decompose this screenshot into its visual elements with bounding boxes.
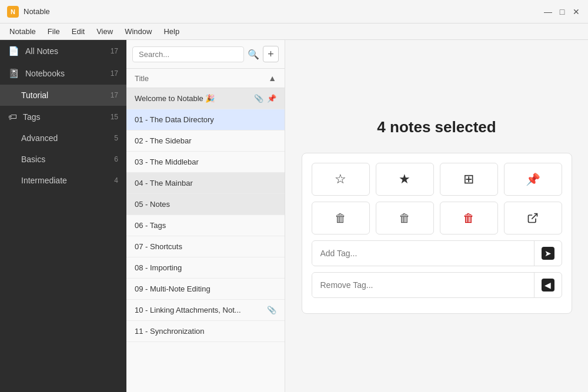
attachment-icon: 📎 <box>267 306 276 314</box>
trash-gray-icon: 🗑 <box>335 212 346 225</box>
advanced-count: 5 <box>114 134 118 142</box>
note-item[interactable]: 07 - Shortcuts <box>126 236 285 257</box>
notebooks-icon: 📓 <box>8 68 19 79</box>
tag-remove-icon: ◀ <box>542 279 554 292</box>
menu-help[interactable]: Help <box>159 26 184 37</box>
basics-count: 6 <box>114 155 118 163</box>
sidebar-item-tags[interactable]: 🏷 Tags 15 <box>0 106 126 128</box>
move-trash-button[interactable]: 🗑 <box>312 202 370 234</box>
search-bar: 🔍 + <box>126 40 285 69</box>
sidebar-item-notebooks[interactable]: 📓 Notebooks 17 <box>0 62 126 85</box>
open-external-button[interactable] <box>504 202 562 234</box>
sort-icon[interactable]: ▲ <box>268 73 276 83</box>
menu-notable[interactable]: Notable <box>5 26 41 37</box>
notes-list-header: Title ▲ <box>126 69 285 88</box>
delete-icon: 🗑 <box>463 212 475 225</box>
external-link-icon <box>527 212 539 224</box>
attachment-icon: 📎 <box>254 94 263 103</box>
note-title: 08 - Importing <box>135 263 276 272</box>
all-notes-icon: 📄 <box>8 46 19 56</box>
note-item[interactable]: 02 - The Sidebar <box>126 130 285 152</box>
unfavorite-icon: ☆ <box>335 172 346 187</box>
add-tag-button[interactable]: ➤ <box>534 241 562 266</box>
pin-button[interactable]: 📌 <box>504 163 562 196</box>
remove-tag-button[interactable]: ◀ <box>534 273 562 297</box>
restore-button[interactable]: 🗑 <box>376 202 434 234</box>
note-item[interactable]: 05 - Notes <box>126 194 285 215</box>
actions-row-1: ☆ ★ ⊞ 📌 <box>312 163 562 196</box>
note-title: 02 - The Sidebar <box>135 136 276 145</box>
notebooks-label: Notebooks <box>25 69 111 78</box>
note-title: 06 - Tags <box>135 221 276 230</box>
middlebar: 🔍 + Title ▲ Welcome to Notable 🎉 📎 📌 01 … <box>126 40 285 392</box>
notes-list: Welcome to Notable 🎉 📎 📌 01 - The Data D… <box>126 88 285 392</box>
all-notes-label: All Notes <box>25 46 111 56</box>
favorite-icon: ★ <box>399 172 410 187</box>
actions-card: ☆ ★ ⊞ 📌 🗑 🗑 <box>302 153 572 314</box>
note-title: 05 - Notes <box>135 200 276 209</box>
note-item[interactable]: 08 - Importing <box>126 257 285 279</box>
notebooks-count: 17 <box>111 69 118 78</box>
sidebar: 📄 All Notes 17 📓 Notebooks 17 Tutorial 1… <box>0 40 126 392</box>
note-title: 03 - The Middlebar <box>135 158 276 166</box>
main-area: 4 notes selected ☆ ★ ⊞ 📌 <box>285 40 588 392</box>
remove-tag-input[interactable] <box>312 273 534 297</box>
pin-icon: 📌 <box>267 94 276 103</box>
sidebar-item-intermediate[interactable]: Intermediate 4 <box>0 170 126 191</box>
note-item[interactable]: 03 - The Middlebar <box>126 152 285 173</box>
sidebar-item-advanced[interactable]: Advanced 5 <box>0 128 126 149</box>
unpin-icon: ⊞ <box>463 172 474 187</box>
actions-row-2: 🗑 🗑 🗑 <box>312 202 562 234</box>
sidebar-item-all-notes[interactable]: 📄 All Notes 17 <box>0 40 126 62</box>
intermediate-label: Intermediate <box>21 176 114 185</box>
search-button[interactable]: 🔍 <box>248 49 259 60</box>
note-item[interactable]: 11 - Synchronization <box>126 321 285 342</box>
tutorial-count: 17 <box>111 91 118 99</box>
note-title: 09 - Multi-Note Editing <box>135 284 276 293</box>
remove-tag-row: ◀ <box>312 272 562 298</box>
menu-view[interactable]: View <box>92 26 118 37</box>
note-title: 07 - Shortcuts <box>135 242 276 251</box>
sidebar-item-basics[interactable]: Basics 6 <box>0 149 126 170</box>
tags-icon: 🏷 <box>8 112 17 122</box>
note-item[interactable]: 04 - The Mainbar <box>126 173 285 194</box>
basics-label: Basics <box>21 155 114 164</box>
search-icon: 🔍 <box>248 49 259 59</box>
unpin-button[interactable]: ⊞ <box>440 163 498 196</box>
minimize-button[interactable]: — <box>543 7 553 16</box>
add-note-button[interactable]: + <box>263 46 279 62</box>
note-title: 10 - Linking Attachments, Not... <box>135 306 263 314</box>
title-bar: N Notable — □ ✕ <box>0 0 588 24</box>
app-title: Notable <box>24 7 543 16</box>
note-item[interactable]: 01 - The Data Directory <box>126 109 285 130</box>
favorite-button[interactable]: ★ <box>376 163 434 196</box>
add-tag-row: ➤ <box>312 240 562 266</box>
note-title: 04 - The Mainbar <box>135 179 276 187</box>
tag-add-icon: ➤ <box>542 247 554 260</box>
app-body: 📄 All Notes 17 📓 Notebooks 17 Tutorial 1… <box>0 40 588 392</box>
app-logo: N <box>7 6 19 18</box>
tags-label: Tags <box>23 112 111 122</box>
note-title: Welcome to Notable 🎉 <box>135 94 250 103</box>
menu-edit[interactable]: Edit <box>67 26 89 37</box>
note-item[interactable]: 09 - Multi-Note Editing <box>126 279 285 300</box>
note-item[interactable]: 10 - Linking Attachments, Not... 📎 <box>126 300 285 321</box>
note-title: 01 - The Data Directory <box>135 115 276 124</box>
advanced-label: Advanced <box>21 133 114 143</box>
note-item[interactable]: Welcome to Notable 🎉 📎 📌 <box>126 88 285 109</box>
menu-file[interactable]: File <box>43 26 65 37</box>
unfavorite-button[interactable]: ☆ <box>312 163 370 196</box>
svg-line-0 <box>532 214 537 219</box>
search-input[interactable] <box>132 46 244 62</box>
sidebar-item-tutorial[interactable]: Tutorial 17 <box>0 85 126 106</box>
delete-permanently-button[interactable]: 🗑 <box>440 202 498 234</box>
tags-count: 15 <box>111 113 118 121</box>
maximize-button[interactable]: □ <box>557 7 567 16</box>
add-tag-input[interactable] <box>312 242 534 265</box>
menu-window[interactable]: Window <box>120 26 156 37</box>
restore-icon: 🗑 <box>399 212 410 225</box>
note-title: 11 - Synchronization <box>135 327 276 336</box>
tutorial-label: Tutorial <box>21 91 111 100</box>
close-button[interactable]: ✕ <box>572 7 581 16</box>
note-item[interactable]: 06 - Tags <box>126 215 285 236</box>
